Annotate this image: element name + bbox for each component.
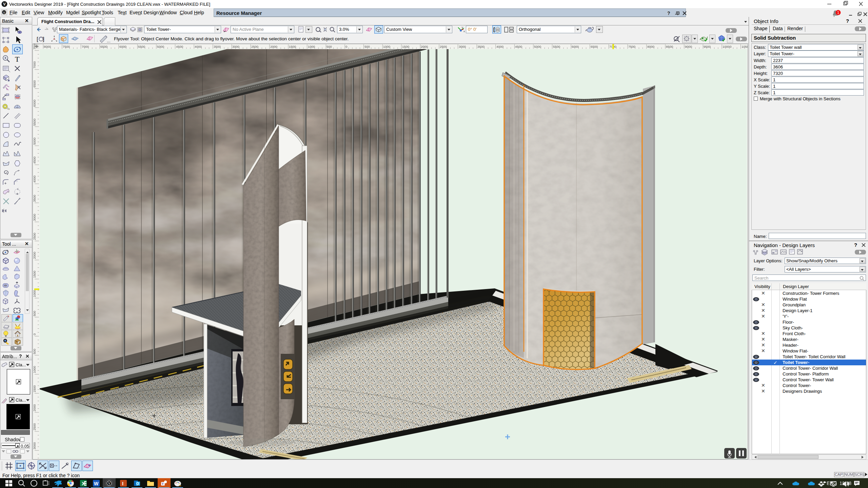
svg-text:2000: 2000 bbox=[421, 45, 428, 48]
svg-text:4500: 4500 bbox=[33, 157, 36, 164]
svg-text:1000: 1000 bbox=[33, 366, 36, 373]
svg-text:2500: 2500 bbox=[251, 45, 258, 48]
svg-text:[: [ bbox=[37, 36, 38, 42]
svg-text:2000: 2000 bbox=[33, 252, 36, 259]
svg-text:7000: 7000 bbox=[82, 45, 89, 48]
svg-text:4000: 4000 bbox=[195, 45, 202, 48]
svg-text:500: 500 bbox=[33, 311, 36, 316]
svg-text:7500: 7500 bbox=[628, 45, 635, 48]
svg-text:6500: 6500 bbox=[33, 80, 36, 87]
svg-text:5500: 5500 bbox=[33, 119, 36, 126]
svg-text:3000: 3000 bbox=[459, 45, 466, 48]
svg-text:0: 0 bbox=[346, 45, 347, 48]
svg-text:3500: 3500 bbox=[477, 45, 485, 48]
svg-text:5500: 5500 bbox=[138, 45, 145, 48]
svg-text:3000: 3000 bbox=[232, 45, 239, 48]
svg-text:4000: 4000 bbox=[496, 45, 504, 48]
svg-text:6500: 6500 bbox=[591, 45, 598, 48]
svg-text:5000: 5000 bbox=[534, 45, 541, 48]
svg-text:0: 0 bbox=[33, 333, 36, 335]
svg-text:9500: 9500 bbox=[704, 45, 711, 48]
svg-text:1500: 1500 bbox=[33, 271, 36, 278]
svg-text:T: T bbox=[15, 55, 20, 63]
svg-text:1500: 1500 bbox=[402, 45, 409, 48]
svg-text:1500: 1500 bbox=[33, 385, 36, 392]
svg-text:3500: 3500 bbox=[33, 195, 36, 202]
svg-text:?: ? bbox=[667, 11, 670, 16]
svg-text:6000: 6000 bbox=[572, 45, 579, 48]
svg-text:500: 500 bbox=[327, 45, 332, 48]
svg-text:6000: 6000 bbox=[33, 100, 36, 107]
svg-text:3000: 3000 bbox=[33, 442, 36, 449]
svg-text:4500: 4500 bbox=[515, 45, 522, 48]
svg-text:7000: 7000 bbox=[33, 61, 36, 68]
svg-text:9000: 9000 bbox=[685, 45, 692, 48]
svg-text:...: ... bbox=[107, 38, 110, 43]
svg-text:10500: 10500 bbox=[742, 45, 748, 48]
svg-text:2000: 2000 bbox=[33, 404, 36, 411]
svg-text:3500: 3500 bbox=[214, 45, 221, 48]
svg-text:W: W bbox=[94, 481, 99, 486]
svg-text:5000: 5000 bbox=[33, 138, 36, 145]
svg-text:O: O bbox=[136, 482, 139, 486]
svg-text:2000: 2000 bbox=[270, 45, 277, 48]
svg-text:10000: 10000 bbox=[723, 45, 731, 48]
svg-text:2500: 2500 bbox=[33, 423, 36, 430]
svg-text:1500: 1500 bbox=[289, 45, 296, 48]
svg-text:T: T bbox=[162, 482, 164, 486]
svg-text:2500: 2500 bbox=[33, 233, 36, 240]
svg-text:I: I bbox=[122, 481, 123, 486]
svg-text:V: V bbox=[108, 482, 111, 485]
svg-text:1000: 1000 bbox=[33, 290, 36, 297]
svg-text:8000: 8000 bbox=[647, 45, 654, 48]
svg-text:5500: 5500 bbox=[553, 45, 560, 48]
svg-text:1000: 1000 bbox=[383, 45, 390, 48]
svg-text:8000: 8000 bbox=[44, 45, 51, 48]
svg-text:1: 1 bbox=[837, 11, 839, 15]
svg-text:5000: 5000 bbox=[157, 45, 164, 48]
svg-text:2500: 2500 bbox=[440, 45, 447, 48]
svg-text:500: 500 bbox=[364, 45, 370, 48]
svg-text:8500: 8500 bbox=[666, 45, 673, 48]
svg-text:Y: Y bbox=[461, 26, 463, 29]
svg-text:4500: 4500 bbox=[176, 45, 183, 48]
svg-text:V: V bbox=[3, 11, 5, 14]
svg-text:x: x bbox=[463, 30, 465, 33]
svg-text:1000: 1000 bbox=[308, 45, 315, 48]
svg-text:4000: 4000 bbox=[33, 176, 36, 183]
svg-text:6500: 6500 bbox=[100, 45, 107, 48]
svg-text:7500: 7500 bbox=[33, 44, 36, 49]
svg-text:6000: 6000 bbox=[119, 45, 126, 48]
svg-text:500: 500 bbox=[33, 349, 36, 354]
svg-text:V: V bbox=[3, 2, 6, 6]
svg-text:[: [ bbox=[493, 26, 495, 32]
svg-text:7500: 7500 bbox=[63, 45, 70, 48]
svg-text:3000: 3000 bbox=[33, 214, 36, 221]
